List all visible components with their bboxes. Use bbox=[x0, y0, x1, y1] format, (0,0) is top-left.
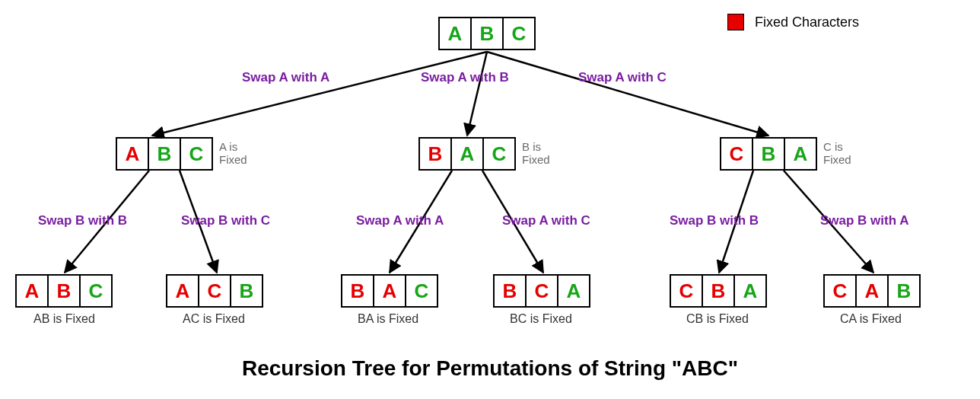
svg-line-1 bbox=[467, 52, 487, 136]
cell: C bbox=[405, 274, 438, 308]
fixed-note: C is Fixed bbox=[823, 140, 851, 166]
cell: A bbox=[15, 274, 49, 308]
cell: C bbox=[823, 274, 857, 308]
node-leaf-0: A B C bbox=[15, 274, 111, 308]
swap-label: Swap A with C bbox=[578, 70, 667, 85]
node-leaf-1: A C B bbox=[166, 274, 262, 308]
node-l1-0: A B C bbox=[116, 137, 212, 171]
cell: A bbox=[166, 274, 199, 308]
swap-label: Swap B with B bbox=[670, 213, 759, 228]
cell: B bbox=[470, 17, 504, 50]
cell: C bbox=[198, 274, 231, 308]
cell: B bbox=[702, 274, 735, 308]
result-label: AB is Fixed bbox=[33, 312, 95, 326]
legend: Fixed Characters bbox=[727, 14, 859, 30]
swap-label: Swap A with A bbox=[356, 213, 444, 228]
result-label: BA is Fixed bbox=[358, 312, 418, 326]
result-label: CB is Fixed bbox=[686, 312, 749, 326]
cell: B bbox=[148, 137, 181, 171]
cell: C bbox=[525, 274, 558, 308]
cell: C bbox=[79, 274, 113, 308]
cell: C bbox=[670, 274, 703, 308]
node-l1-2: C B A bbox=[720, 137, 816, 171]
fixed-note: A is Fixed bbox=[219, 140, 247, 166]
cell: C bbox=[720, 137, 753, 171]
node-l1-1: B A C bbox=[418, 137, 514, 171]
svg-line-2 bbox=[487, 52, 768, 136]
cell: B bbox=[752, 137, 785, 171]
cell: A bbox=[450, 137, 484, 171]
node-leaf-5: C A B bbox=[823, 274, 919, 308]
svg-line-0 bbox=[152, 52, 487, 136]
swap-label: Swap A with C bbox=[502, 213, 590, 228]
result-label: CA is Fixed bbox=[840, 312, 902, 326]
fixed-note: B is Fixed bbox=[522, 140, 550, 166]
cell: A bbox=[116, 137, 149, 171]
swap-label: Swap A with B bbox=[421, 70, 509, 85]
node-root: A B C bbox=[438, 17, 534, 50]
cell: A bbox=[373, 274, 406, 308]
diagram-title: Recursion Tree for Permutations of Strin… bbox=[0, 356, 980, 381]
swap-label: Swap B with C bbox=[181, 213, 270, 228]
cell: A bbox=[557, 274, 590, 308]
cell: A bbox=[784, 137, 817, 171]
cell: B bbox=[341, 274, 374, 308]
swap-label: Swap A with A bbox=[242, 70, 329, 85]
result-label: BC is Fixed bbox=[510, 312, 572, 326]
diagram-canvas: Fixed Characters A B C Swap A with A Swa… bbox=[0, 0, 980, 399]
cell: A bbox=[438, 17, 472, 50]
cell: B bbox=[47, 274, 81, 308]
swap-label: Swap B with A bbox=[820, 213, 909, 228]
cell: A bbox=[855, 274, 889, 308]
cell: C bbox=[482, 137, 516, 171]
cell: B bbox=[493, 274, 527, 308]
legend-label: Fixed Characters bbox=[755, 14, 859, 30]
node-leaf-4: C B A bbox=[670, 274, 765, 308]
cell: C bbox=[180, 137, 213, 171]
legend-swatch bbox=[727, 14, 744, 30]
node-leaf-2: B A C bbox=[341, 274, 437, 308]
cell: C bbox=[502, 17, 536, 50]
cell: B bbox=[887, 274, 921, 308]
swap-label: Swap B with B bbox=[38, 213, 127, 228]
result-label: AC is Fixed bbox=[183, 312, 245, 326]
cell: B bbox=[418, 137, 452, 171]
node-leaf-3: B C A bbox=[493, 274, 589, 308]
cell: B bbox=[230, 274, 263, 308]
cell: A bbox=[733, 274, 767, 308]
arrows-layer bbox=[0, 0, 980, 399]
